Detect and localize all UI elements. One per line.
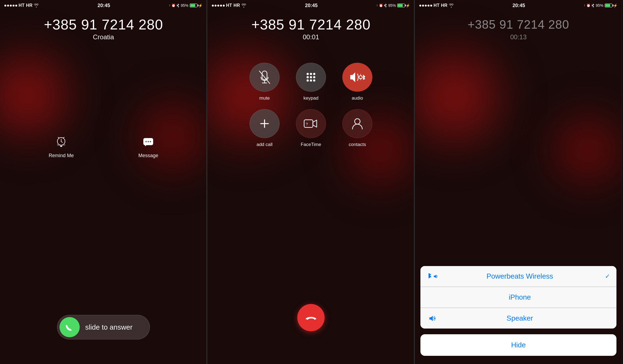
svg-point-3	[146, 141, 147, 142]
alarm-icon-2: ⏰	[379, 4, 383, 7]
slide-to-answer[interactable]: slide to answer	[57, 315, 150, 339]
time-label-3: 20:45	[512, 3, 525, 8]
phone-number-3: +385 91 7214 280	[415, 18, 622, 31]
svg-marker-27	[434, 275, 436, 278]
hide-button[interactable]: Hide	[420, 334, 616, 356]
message-icon	[140, 134, 156, 150]
status-left-2: HT HR	[212, 3, 246, 8]
add-call-label: add call	[257, 142, 273, 147]
speaker-label: Speaker	[438, 314, 602, 323]
mute-button[interactable]: mute	[247, 63, 282, 101]
facetime-circle: ?	[296, 109, 326, 138]
message-button[interactable]: Message	[138, 134, 158, 159]
status-icons-1: ↑ ⏰	[169, 3, 179, 8]
wifi-icon-3	[449, 4, 454, 7]
svg-text:?: ?	[306, 122, 308, 126]
screen3-audio-menu: HT HR 20:45 ↑ ⏰ 95%	[415, 0, 622, 364]
signal-dot	[430, 5, 432, 7]
remind-me-button[interactable]: Remind Me	[49, 134, 74, 159]
mute-circle	[250, 63, 280, 92]
signal-dot	[217, 5, 219, 7]
signal-dot	[10, 5, 12, 7]
incoming-actions: Remind Me Message	[0, 134, 207, 159]
alarm-icon-1: ⏰	[171, 4, 176, 7]
bg-blob-5	[415, 22, 516, 172]
svg-point-24	[355, 119, 360, 124]
svg-rect-22	[304, 120, 313, 127]
call-time-3: 00:13	[415, 33, 622, 41]
wifi-icon-1	[34, 4, 39, 7]
end-call-button[interactable]	[297, 304, 325, 331]
battery-container-2: ⚡	[397, 4, 410, 8]
audio-circle	[342, 63, 372, 92]
audio-option-speaker[interactable]: Speaker	[420, 308, 616, 329]
carrier-label-2: HT HR	[226, 3, 240, 8]
status-bar-1: HT HR 20:45 ↑ ⏰ 95%	[0, 0, 207, 11]
battery-fill-1	[190, 4, 195, 7]
svg-point-12	[307, 76, 309, 78]
signal-dot	[428, 5, 429, 7]
svg-marker-18	[350, 72, 355, 82]
time-label-1: 20:45	[97, 3, 110, 8]
contacts-button[interactable]: contacts	[340, 109, 375, 147]
carrier-label-1: HT HR	[19, 3, 32, 8]
status-left-1: HT HR	[4, 3, 39, 8]
battery-fill-2	[398, 4, 403, 7]
signal-dot	[422, 5, 424, 7]
location-icon-1: ↑	[169, 4, 170, 7]
facetime-button[interactable]: ? FaceTime	[293, 109, 329, 147]
call-time-2: 00:01	[207, 33, 414, 41]
battery-container-1: ⚡	[190, 4, 203, 8]
facetime-label: FaceTime	[301, 142, 321, 147]
add-call-circle	[250, 109, 280, 138]
time-label-2: 20:45	[305, 3, 318, 8]
signal-dot	[212, 5, 214, 7]
status-bar-3: HT HR 20:45 ↑ ⏰ 95%	[415, 0, 622, 11]
remind-me-label: Remind Me	[49, 153, 74, 159]
status-right-3: ↑ ⏰ 95% ⚡	[584, 3, 618, 8]
audio-option-iphone[interactable]: iPhone	[420, 287, 616, 308]
screen2-active-call: HT HR 20:45 ↑ ⏰ 95%	[207, 0, 415, 364]
battery-container-3: ⚡	[605, 4, 618, 8]
audio-button[interactable]: audio	[340, 63, 375, 101]
contacts-circle	[342, 109, 372, 138]
battery-percent-3: 95%	[596, 3, 603, 8]
bluetooth-audio-icon	[427, 273, 438, 280]
slide-text: slide to answer	[85, 323, 132, 332]
screen-divider-2	[414, 0, 414, 364]
phone-number-1: +385 91 7214 280	[0, 16, 207, 33]
charging-icon-3: ⚡	[613, 4, 618, 8]
signal-dot	[4, 5, 6, 7]
bluetooth-icon-3	[592, 3, 594, 8]
bg-blob-6	[540, 96, 622, 205]
signal-dot	[220, 5, 222, 7]
status-left-3: HT HR	[419, 3, 454, 8]
status-right-1: ↑ ⏰ 95% ⚡	[169, 3, 203, 8]
audio-label: audio	[352, 96, 363, 101]
speaker-audio-icon	[427, 315, 438, 322]
status-right-2: ↑ ⏰ 95% ⚡	[376, 3, 410, 8]
signal-dots-2	[212, 5, 225, 7]
battery-icon-3	[605, 4, 612, 7]
add-call-button[interactable]: add call	[247, 109, 282, 147]
signal-dot	[223, 5, 225, 7]
answer-circle	[60, 317, 80, 337]
battery-icon-1	[190, 4, 197, 7]
battery-fill-3	[605, 4, 610, 7]
signal-dot	[13, 5, 14, 7]
phone-number-2: +385 91 7214 280	[207, 16, 414, 33]
svg-point-4	[148, 141, 149, 142]
contacts-label: contacts	[349, 142, 366, 147]
battery-percent-2: 95%	[388, 3, 396, 8]
powerbeats-label: Powerbeats Wireless	[438, 272, 602, 281]
bluetooth-icon-1	[177, 3, 179, 8]
wifi-icon-2	[241, 4, 246, 7]
keypad-button[interactable]: keypad	[293, 63, 329, 101]
location-icon-2: ↑	[376, 4, 378, 7]
svg-point-15	[307, 79, 309, 82]
audio-option-powerbeats[interactable]: Powerbeats Wireless ✓	[420, 266, 616, 287]
screen1-incoming-call: HT HR 20:45 ↑ ⏰ 95%	[0, 0, 207, 364]
svg-rect-1	[60, 146, 62, 147]
keypad-circle	[296, 63, 326, 92]
hide-button-container: Hide	[420, 334, 616, 356]
